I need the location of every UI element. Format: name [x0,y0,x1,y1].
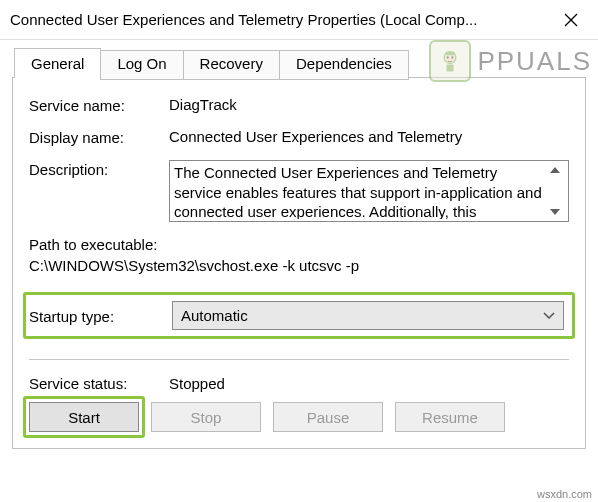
site-reference: wsxdn.com [537,488,592,500]
startup-type-value: Automatic [181,307,248,324]
path-value: C:\WINDOWS\System32\svchost.exe -k utcsv… [29,257,569,274]
display-name-value: Connected User Experiences and Telemetry [169,128,569,145]
display-name-label: Display name: [29,128,169,146]
chevron-down-icon [543,312,555,320]
tab-dependencies[interactable]: Dependencies [279,50,409,80]
tab-panel-general: Service name: DiagTrack Display name: Co… [12,77,586,449]
service-control-buttons: Start Stop Pause Resume [29,402,569,432]
separator [29,359,569,360]
service-status-value: Stopped [169,375,225,392]
stop-button: Stop [151,402,261,432]
service-status-label: Service status: [29,374,169,392]
dialog-body: General Log On Recovery Dependencies Ser… [0,40,598,450]
pause-button: Pause [273,402,383,432]
close-icon [564,13,578,27]
description-scrollbar[interactable] [546,163,564,219]
resume-button: Resume [395,402,505,432]
window-title: Connected User Experiences and Telemetry… [10,11,477,28]
service-name-value: DiagTrack [169,96,569,113]
scroll-up-icon [549,165,561,175]
titlebar: Connected User Experiences and Telemetry… [0,0,598,40]
tab-bar: General Log On Recovery Dependencies [14,48,598,78]
tab-general[interactable]: General [14,48,101,78]
service-name-label: Service name: [29,96,169,114]
startup-type-label: Startup type: [29,307,172,325]
tab-recovery[interactable]: Recovery [183,50,280,80]
description-text[interactable]: The Connected User Experiences and Telem… [174,163,546,219]
path-label: Path to executable: [29,236,569,253]
startup-type-select[interactable]: Automatic [172,301,564,330]
description-box: The Connected User Experiences and Telem… [169,160,569,222]
start-button[interactable]: Start [29,402,139,432]
scroll-down-icon [549,207,561,217]
startup-type-row: Startup type: Automatic [23,292,575,339]
description-label: Description: [29,160,169,178]
close-button[interactable] [543,0,598,40]
tab-logon[interactable]: Log On [100,50,183,80]
